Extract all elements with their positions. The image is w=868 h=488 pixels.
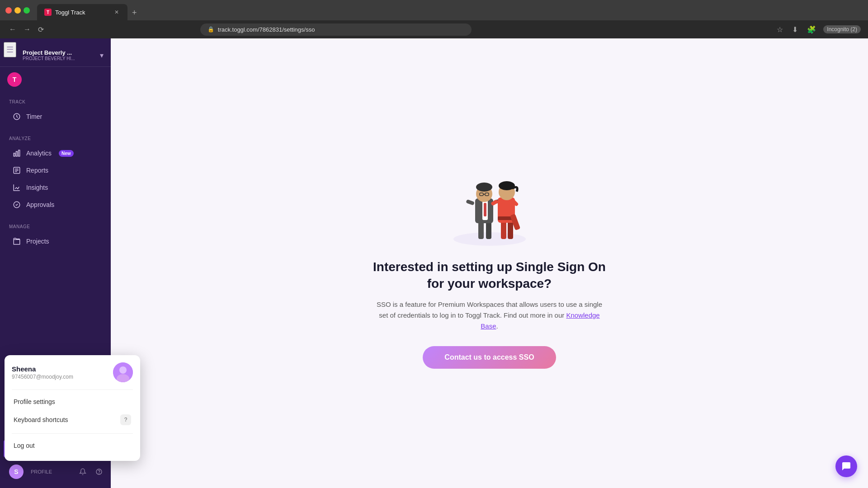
tab-title: Toggl Track	[55, 9, 85, 16]
tab-favicon: T	[44, 9, 52, 16]
back-button[interactable]: ←	[7, 23, 18, 36]
track-section: TRACK Timer	[0, 92, 111, 129]
svg-rect-20	[484, 203, 486, 216]
browser-chrome: T Toggl Track ✕ +	[0, 0, 868, 20]
sidebar-profile-row: S PROFILE	[0, 459, 111, 484]
tab-close-button[interactable]: ✕	[113, 9, 120, 16]
reports-icon	[13, 166, 21, 174]
chat-icon	[841, 461, 852, 472]
track-section-label: TRACK	[0, 99, 111, 108]
analytics-label: Analytics	[26, 150, 52, 157]
svg-rect-28	[501, 221, 506, 239]
keyboard-shortcuts-item[interactable]: Keyboard shortcuts ?	[12, 410, 133, 430]
svg-rect-16	[478, 221, 484, 239]
address-bar: ← → ⟳ 🔒 track.toggl.com/7862831/settings…	[0, 20, 868, 38]
workspace-header[interactable]: Project Beverly ... PROJECT BEVERLY HI..…	[0, 42, 111, 67]
window-controls	[5, 7, 30, 14]
new-tab-button[interactable]: +	[129, 5, 140, 20]
workspace-info: Project Beverly ... PROJECT BEVERLY HI..…	[23, 49, 95, 61]
app-layout: ☰ Project Beverly ... PROJECT BEVERLY HI…	[0, 38, 868, 488]
url-bar[interactable]: 🔒 track.toggl.com/7862831/settings/sso	[200, 23, 472, 36]
reload-button[interactable]: ⟳	[36, 23, 46, 36]
bookmark-button[interactable]: ☆	[775, 23, 785, 36]
url-text: track.toggl.com/7862831/settings/sso	[218, 26, 315, 33]
tab-bar: T Toggl Track ✕ +	[37, 0, 140, 20]
profile-settings-label: Profile settings	[14, 398, 55, 405]
popup-user-info: Sheena 97456007@moodjoy.com	[12, 362, 133, 382]
sso-container: Interested in setting up Single Sign On …	[354, 140, 625, 387]
sidebar: ☰ Project Beverly ... PROJECT BEVERLY HI…	[0, 38, 111, 488]
sidebar-item-timer[interactable]: Timer	[4, 108, 107, 125]
main-content: Interested in setting up Single Sign On …	[111, 38, 868, 488]
active-tab[interactable]: T Toggl Track ✕	[37, 4, 127, 20]
svg-point-13	[119, 366, 127, 374]
svg-rect-17	[486, 221, 491, 239]
sidebar-item-insights[interactable]: Insights	[4, 179, 107, 196]
browser-toolbar-right: ☆ ⬇ 🧩 Incognito (2)	[775, 23, 861, 36]
popup-user-avatar	[113, 362, 133, 382]
reports-label: Reports	[26, 167, 48, 174]
insights-icon	[13, 183, 21, 192]
timer-icon	[13, 113, 21, 121]
close-window-button[interactable]	[5, 7, 12, 14]
keyboard-shortcut-badge: ?	[120, 414, 131, 425]
log-out-item[interactable]: Log out	[12, 437, 133, 454]
svg-rect-26	[466, 199, 475, 206]
analyze-section: ANALYZE Analytics New Reports Insights	[0, 129, 111, 217]
extensions-button[interactable]: 🧩	[805, 23, 818, 36]
chat-bubble-button[interactable]	[835, 455, 857, 477]
svg-rect-1	[14, 153, 15, 156]
insights-label: Insights	[26, 184, 48, 191]
approvals-label: Approvals	[26, 201, 54, 208]
maximize-window-button[interactable]	[24, 7, 30, 14]
projects-icon	[13, 237, 21, 245]
user-popup-menu: Sheena 97456007@moodjoy.com Profile sett…	[5, 355, 140, 461]
manage-section-label: MANAGE	[0, 224, 111, 233]
analyze-section-label: ANALYZE	[0, 136, 111, 145]
sidebar-item-approvals[interactable]: Approvals	[4, 196, 107, 213]
keyboard-shortcuts-label: Keyboard shortcuts	[14, 416, 68, 423]
popup-divider-1	[12, 389, 133, 390]
workspace-sub: PROJECT BEVERLY HI...	[23, 56, 95, 61]
analytics-new-badge: New	[59, 150, 74, 157]
popup-divider-2	[12, 433, 133, 434]
nav-buttons: ← → ⟳	[7, 23, 46, 36]
contact-sso-button[interactable]: Contact us to access SSO	[423, 346, 556, 369]
profile-settings-item[interactable]: Profile settings	[12, 394, 133, 410]
forward-button[interactable]: →	[22, 23, 33, 36]
approvals-icon	[13, 201, 21, 209]
profile-label: PROFILE	[31, 469, 52, 474]
timer-label: Timer	[26, 113, 42, 120]
sidebar-item-analytics[interactable]: Analytics New	[4, 145, 107, 162]
popup-user-details: Sheena 97456007@moodjoy.com	[12, 365, 73, 380]
projects-label: Projects	[26, 238, 49, 245]
minimize-window-button[interactable]	[14, 7, 21, 14]
notification-icon[interactable]	[76, 465, 89, 478]
workspace-name: Project Beverly ...	[23, 49, 95, 56]
workspace-chevron-icon[interactable]: ▾	[100, 51, 104, 60]
sso-description: SSO is a feature for Premium Workspaces …	[372, 299, 607, 332]
sso-illustration	[440, 158, 539, 248]
help-icon[interactable]	[93, 465, 105, 478]
svg-rect-2	[16, 151, 18, 156]
svg-rect-3	[19, 150, 20, 156]
profile-button[interactable]: S PROFILE	[5, 463, 73, 481]
download-button[interactable]: ⬇	[790, 23, 800, 36]
toggl-logo-icon: T	[7, 72, 22, 87]
svg-point-22	[476, 183, 492, 192]
collapse-nav-button[interactable]: ☰	[4, 42, 16, 57]
analytics-icon	[13, 149, 21, 157]
sidebar-item-projects[interactable]: Projects	[4, 233, 107, 250]
popup-user-name: Sheena	[12, 365, 73, 373]
manage-section: MANAGE Projects	[0, 217, 111, 253]
avatar: S	[9, 465, 24, 479]
sso-title: Interested in setting up Single Sign On …	[372, 259, 607, 292]
sidebar-item-reports[interactable]: Reports	[4, 162, 107, 179]
lock-icon: 🔒	[208, 26, 214, 33]
svg-point-11	[99, 473, 99, 474]
popup-user-email: 97456007@moodjoy.com	[12, 374, 73, 380]
toggl-logo-area: T	[0, 67, 111, 92]
log-out-label: Log out	[14, 442, 35, 449]
incognito-badge: Incognito (2)	[823, 25, 861, 33]
